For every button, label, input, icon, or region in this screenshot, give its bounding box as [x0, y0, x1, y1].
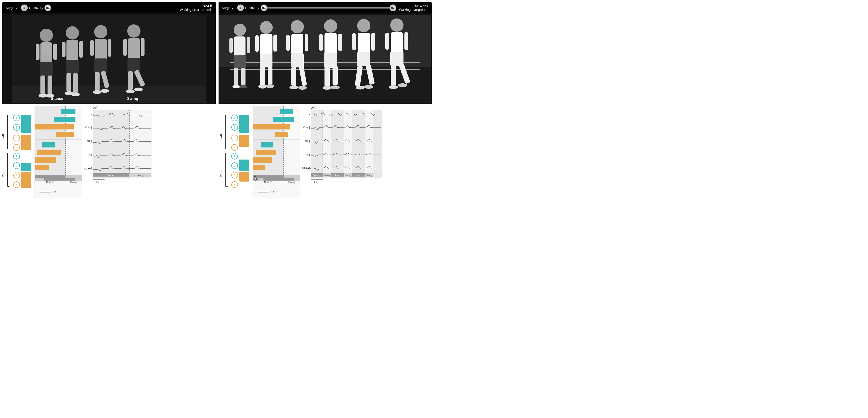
- svg-rect-139: [37, 150, 61, 155]
- bottom-row: Left Right 1: [2, 106, 432, 198]
- svg-rect-34: [127, 58, 140, 72]
- svg-rect-91: [352, 33, 356, 50]
- left-gait-chart: Stance Swing Left Right 1 s: [34, 106, 82, 198]
- svg-text:1 s: 1 s: [96, 181, 99, 184]
- right-gait-scalelabel: 1 s: [271, 190, 274, 193]
- svg-rect-51: [234, 68, 239, 85]
- svg-rect-83: [338, 34, 342, 51]
- svg-text:2: 2: [16, 126, 18, 129]
- svg-point-81: [331, 85, 340, 89]
- right-emg-header: Left: [301, 106, 382, 109]
- svg-rect-68: [291, 53, 304, 67]
- svg-rect-201: [253, 124, 290, 129]
- svg-rect-30: [90, 40, 94, 56]
- svg-rect-6: [42, 43, 51, 55]
- svg-rect-78: [324, 67, 330, 87]
- svg-text:Stance: Stance: [51, 96, 63, 100]
- svg-rect-27: [95, 72, 100, 91]
- svg-rect-209: [284, 175, 300, 178]
- svg-text:ST |: ST |: [87, 140, 92, 143]
- svg-rect-142: [35, 175, 65, 178]
- svg-text:Swing: Swing: [70, 181, 78, 183]
- svg-point-72: [298, 86, 307, 90]
- svg-rect-146: [75, 178, 82, 181]
- svg-rect-74: [305, 34, 308, 51]
- svg-rect-40: [141, 38, 145, 56]
- svg-point-28: [93, 90, 101, 94]
- left-emg-svg: II - VLat | ST | TA | Sol |: [83, 110, 152, 188]
- svg-rect-135: [35, 124, 74, 129]
- svg-rect-17: [66, 73, 71, 92]
- svg-rect-50: [234, 55, 246, 68]
- svg-rect-151: [93, 110, 129, 178]
- svg-text:Stance: Stance: [334, 174, 341, 177]
- right-timeline-bar: [267, 7, 390, 8]
- right-recovery-label: Recovery: [244, 6, 261, 10]
- svg-rect-82: [319, 34, 323, 51]
- left-emg-section: Left II -: [83, 106, 152, 198]
- svg-rect-25: [94, 58, 107, 73]
- svg-text:3: 3: [16, 137, 18, 140]
- svg-rect-94: [391, 32, 403, 53]
- svg-rect-141: [35, 165, 49, 170]
- svg-point-37: [126, 89, 134, 93]
- right-right-info: <1 week Walking overground: [399, 4, 428, 11]
- svg-text:Stance: Stance: [355, 174, 362, 177]
- svg-rect-204: [261, 142, 273, 147]
- svg-text:2: 2: [16, 164, 18, 168]
- svg-point-57: [260, 21, 273, 34]
- left-emg-header: Left: [83, 106, 152, 109]
- svg-text:Swing: Swing: [345, 174, 351, 177]
- svg-rect-200: [273, 117, 294, 122]
- svg-rect-143: [65, 175, 82, 178]
- right-node-d7: d7: [390, 4, 396, 11]
- left-recovery-label: Recovery: [28, 6, 44, 10]
- svg-text:II -: II -: [307, 113, 310, 116]
- right-gait-chart: Stance Swing Left Right 1 s: [253, 106, 300, 198]
- svg-point-54: [240, 85, 247, 88]
- svg-rect-59: [260, 54, 273, 67]
- svg-rect-208: [253, 175, 284, 178]
- svg-rect-8: [40, 76, 45, 94]
- svg-text:1: 1: [234, 116, 235, 120]
- svg-rect-39: [123, 39, 127, 56]
- svg-point-66: [291, 20, 304, 33]
- right-activity: Walking overground: [399, 8, 428, 11]
- svg-text:1: 1: [234, 155, 235, 158]
- svg-rect-134: [54, 117, 75, 122]
- svg-text:Right: Right: [2, 170, 5, 178]
- svg-rect-77: [324, 53, 337, 68]
- right-emg-section: Left II -: [301, 106, 382, 198]
- svg-point-48: [234, 24, 246, 36]
- svg-text:VLat |: VLat |: [85, 126, 92, 129]
- left-gait-timescale: 1 s: [35, 190, 82, 193]
- svg-text:Swing: Swing: [288, 181, 296, 183]
- svg-rect-194: [239, 159, 249, 171]
- svg-text:1: 1: [16, 116, 18, 120]
- bottom-left-block: Left Right 1: [2, 106, 214, 198]
- svg-point-93: [390, 19, 403, 32]
- svg-rect-144: [44, 178, 75, 181]
- svg-rect-24: [95, 39, 107, 60]
- svg-text:3: 3: [16, 174, 18, 177]
- svg-rect-56: [247, 37, 250, 53]
- svg-rect-67: [291, 34, 303, 55]
- svg-text:TA |: TA |: [305, 153, 310, 156]
- right-surgery-label: Surgery: [222, 6, 234, 10]
- svg-rect-64: [255, 35, 259, 52]
- svg-text:3: 3: [234, 174, 235, 177]
- svg-rect-16: [66, 60, 79, 74]
- svg-point-29: [100, 89, 109, 93]
- right-electrode-svg: Left Right 1 2: [220, 111, 251, 193]
- left-timeline: S Recovery d1: [21, 4, 177, 11]
- svg-rect-100: [385, 33, 389, 50]
- svg-point-20: [71, 93, 80, 96]
- svg-text:Swing: Swing: [136, 174, 144, 177]
- svg-text:Right: Right: [35, 178, 36, 181]
- svg-rect-12: [36, 43, 39, 60]
- svg-text:3: 3: [234, 137, 235, 140]
- svg-rect-31: [107, 39, 112, 57]
- left-gait-svg: Stance Swing Left Right: [35, 106, 82, 189]
- svg-text:1 s: 1 s: [314, 181, 317, 184]
- svg-rect-184: [239, 115, 249, 133]
